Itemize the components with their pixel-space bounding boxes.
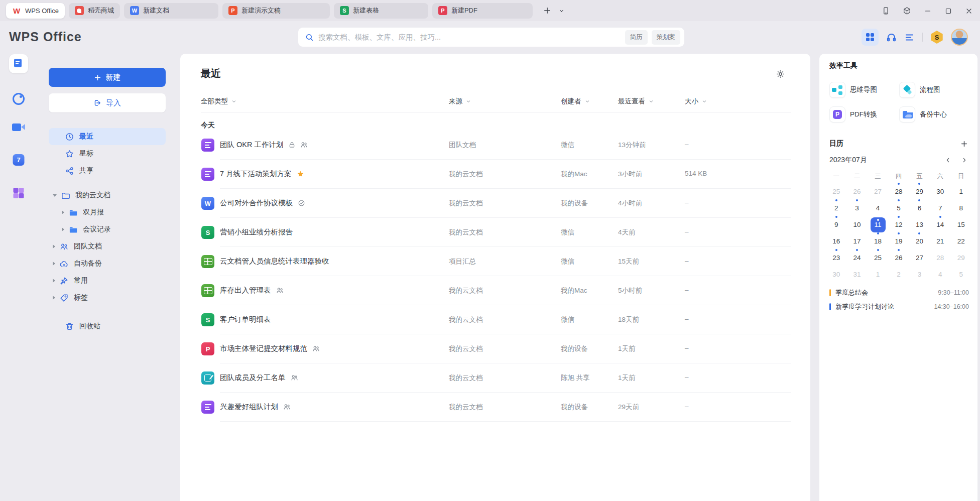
- calendar-day[interactable]: 11: [871, 217, 886, 232]
- calendar-day[interactable]: 24: [849, 250, 865, 266]
- calendar-day[interactable]: 28: [933, 250, 948, 266]
- support-headset-icon[interactable]: [886, 32, 897, 43]
- calendar-day[interactable]: 4: [933, 267, 948, 282]
- new-button[interactable]: 新建: [49, 68, 166, 87]
- calendar-day[interactable]: 25: [829, 184, 844, 199]
- calendar-day[interactable]: 8: [953, 201, 968, 216]
- search-input[interactable]: [318, 33, 621, 41]
- close-button[interactable]: [965, 7, 973, 15]
- calendar-day[interactable]: 30: [933, 184, 948, 199]
- file-row[interactable]: 云文档管人员信息统计表理器验收 项目汇总 微信 15天前 –: [180, 247, 810, 276]
- calendar-day[interactable]: 26: [849, 184, 865, 199]
- calendar-day[interactable]: 18: [871, 234, 886, 249]
- calendar-prev-button[interactable]: [944, 157, 951, 164]
- calendar-day[interactable]: 29: [953, 250, 968, 266]
- search-tag-plan[interactable]: 策划案: [652, 30, 681, 45]
- calendar-day[interactable]: 21: [933, 234, 948, 249]
- calendar-day[interactable]: 14: [933, 217, 948, 232]
- tab-new-presentation[interactable]: 新建演示文稿: [222, 3, 330, 19]
- calendar-day[interactable]: 30: [829, 267, 844, 282]
- calendar-day[interactable]: 31: [849, 267, 865, 282]
- file-row[interactable]: 客户订单明细表 我的云文档 微信 18天前 –: [180, 305, 810, 334]
- workspace-cube-icon[interactable]: [903, 7, 911, 15]
- calendar-day[interactable]: 23: [829, 250, 844, 266]
- file-row[interactable]: 市场主体登记提交材料规范 我的云文档 我的设备 1天前 –: [180, 334, 810, 363]
- calendar-day[interactable]: 3: [912, 267, 927, 282]
- sidebar-item-starred[interactable]: 星标: [49, 145, 166, 162]
- schedule-item[interactable]: 新季度学习计划讨论 14:30–16:00: [829, 300, 969, 314]
- file-row[interactable]: 团队成员及分工名单 我的云文档 陈旭 共享 1天前 –: [180, 363, 810, 393]
- tab-new-pdf[interactable]: 新建PDF: [432, 3, 533, 19]
- filter-source[interactable]: 来源: [449, 97, 471, 106]
- calendar-day[interactable]: 26: [891, 250, 906, 266]
- calendar-day[interactable]: 28: [891, 184, 906, 199]
- tab-wps-home[interactable]: WPS Office: [6, 3, 65, 19]
- meeting-app-icon[interactable]: [12, 123, 25, 131]
- sidebar-item-frequent[interactable]: 常用: [49, 272, 166, 289]
- sidebar-item-auto-backup[interactable]: 自动备份: [49, 255, 166, 272]
- mobile-connect-icon[interactable]: [882, 7, 890, 15]
- file-row[interactable]: 库存出入管理表 我的云文档 我的Mac 5小时前 –: [180, 276, 810, 305]
- vip-badge-icon[interactable]: [930, 31, 943, 44]
- calendar-day[interactable]: 7: [933, 201, 948, 216]
- gear-icon[interactable]: [776, 69, 785, 79]
- file-row[interactable]: 团队 OKR 工作计划 团队文档 微信 13分钟前 –: [180, 131, 810, 160]
- caret-right-icon[interactable]: [62, 210, 64, 214]
- user-avatar[interactable]: [951, 29, 968, 46]
- caret-right-icon[interactable]: [62, 227, 64, 231]
- calendar-day[interactable]: 17: [849, 234, 865, 249]
- tool-flowchart[interactable]: 流程图: [899, 80, 969, 100]
- sidebar-item-team-docs[interactable]: 团队文档: [49, 238, 166, 255]
- calendar-day[interactable]: 6: [912, 201, 927, 216]
- calendar-day[interactable]: 20: [912, 234, 927, 249]
- chat-app-icon[interactable]: [13, 93, 25, 105]
- caret-right-icon[interactable]: [53, 279, 55, 283]
- calendar-day[interactable]: 19: [891, 234, 906, 249]
- calendar-day[interactable]: 4: [871, 201, 886, 216]
- caret-right-icon[interactable]: [53, 262, 55, 266]
- calendar-day[interactable]: 1: [953, 184, 968, 199]
- search-tag-resume[interactable]: 简历: [625, 30, 648, 45]
- sidebar-item-tags[interactable]: 标签: [49, 289, 166, 306]
- sidebar-item-meeting-notes[interactable]: 会议记录: [49, 221, 166, 238]
- calendar-day[interactable]: 22: [953, 234, 968, 249]
- caret-right-icon[interactable]: [53, 296, 55, 300]
- add-event-button[interactable]: [960, 140, 968, 148]
- calendar-next-button[interactable]: [961, 157, 968, 164]
- calendar-day[interactable]: 3: [849, 201, 865, 216]
- minimize-button[interactable]: [924, 7, 932, 15]
- caret-right-icon[interactable]: [53, 244, 55, 248]
- file-row[interactable]: 公司对外合作协议模板 我的云文档 我的设备 4小时前 –: [180, 189, 810, 218]
- calendar-app-icon[interactable]: [13, 154, 25, 166]
- tool-backup-center[interactable]: 备份中心: [899, 104, 969, 124]
- file-row[interactable]: 兴趣爱好组队计划 我的云文档 我的设备 29天前 –: [180, 393, 810, 422]
- sidebar-item-recent[interactable]: 最近: [49, 128, 166, 145]
- tab-docer-store[interactable]: 稻壳商城: [69, 3, 120, 19]
- tab-list-chevron-icon[interactable]: [558, 8, 565, 14]
- feed-list-icon[interactable]: [904, 32, 915, 43]
- documents-app-icon[interactable]: [9, 54, 28, 73]
- maximize-button[interactable]: [944, 7, 952, 15]
- import-button[interactable]: 导入: [49, 93, 166, 112]
- calendar-day[interactable]: 27: [912, 250, 927, 266]
- calendar-day[interactable]: 9: [829, 217, 844, 232]
- sidebar-item-trash[interactable]: 回收站: [49, 318, 166, 335]
- filter-last-viewed[interactable]: 最近查看: [618, 97, 654, 106]
- calendar-day[interactable]: 25: [871, 250, 886, 266]
- tool-pdf-convert[interactable]: PDF转换: [829, 104, 899, 124]
- calendar-day[interactable]: 13: [912, 217, 927, 232]
- calendar-day[interactable]: 2: [891, 267, 906, 282]
- new-tab-button[interactable]: [543, 7, 551, 15]
- calendar-day[interactable]: 10: [849, 217, 865, 232]
- file-row[interactable]: 7 月线下活动策划方案 我的云文档 我的Mac 3小时前 514 KB: [180, 160, 810, 189]
- sidebar-item-bimonthly-report[interactable]: 双月报: [49, 204, 166, 221]
- sidebar-item-shared[interactable]: 共享: [49, 162, 166, 179]
- apps-grid-icon[interactable]: [862, 29, 879, 46]
- file-row[interactable]: 营销小组业绩分析报告 我的云文档 微信 4天前 –: [180, 218, 810, 247]
- global-search-bar[interactable]: 简历 策划案: [298, 28, 684, 47]
- calendar-day[interactable]: 16: [829, 234, 844, 249]
- calendar-day[interactable]: 5: [953, 267, 968, 282]
- caret-down-icon[interactable]: [53, 194, 57, 197]
- tab-new-document[interactable]: 新建文档: [124, 3, 218, 19]
- calendar-day[interactable]: 12: [891, 217, 906, 232]
